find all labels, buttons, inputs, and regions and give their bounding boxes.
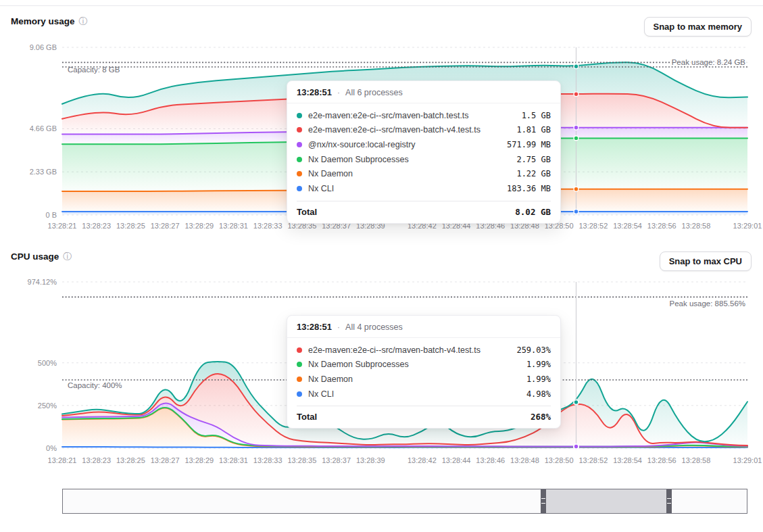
series-color-dot xyxy=(297,142,302,147)
tooltip-total-value: 8.02 GB xyxy=(515,207,551,217)
process-name: Nx Daemon xyxy=(308,374,520,384)
tooltip-process-row: Nx Daemon1.22 GB xyxy=(297,166,551,181)
x-axis-tick-label: 13:28:35 xyxy=(287,456,316,464)
top-divider xyxy=(0,5,763,6)
brush-grip-icon xyxy=(541,498,545,504)
tooltip-time: 13:28:51 xyxy=(297,322,332,332)
process-value: 1.5 GB xyxy=(522,111,551,120)
process-value: 1.99% xyxy=(526,360,551,369)
memory-tooltip-total-row: Total 8.02 GB xyxy=(297,201,551,223)
x-axis-tick-label: 13:28:50 xyxy=(545,456,574,464)
x-axis-tick-label: 13:28:58 xyxy=(682,222,711,230)
process-name: Nx Daemon Subprocesses xyxy=(308,155,510,164)
tooltip-total-value: 268% xyxy=(531,412,551,422)
process-value: 183.36 MB xyxy=(507,184,551,193)
memory-peak-label: Peak usage: 8.24 GB xyxy=(670,58,747,66)
process-value: 571.99 MB xyxy=(507,140,551,149)
process-name: e2e-maven:e2e-ci--src/maven-batch.test.t… xyxy=(308,111,516,120)
tooltip-process-row: Nx CLI4.98% xyxy=(297,387,551,402)
memory-usage-title-text: Memory usage xyxy=(11,16,75,26)
x-axis-tick-label: 13:28:25 xyxy=(116,456,145,464)
cpu-usage-title-text: CPU usage xyxy=(11,251,59,262)
x-axis-tick-label: 13:28:33 xyxy=(253,222,282,230)
x-axis-tick-label: 13:28:52 xyxy=(579,456,608,464)
process-name: @nx/nx-source:local-registry xyxy=(308,140,501,149)
y-axis-tick-label: 0 B xyxy=(7,211,57,219)
info-icon[interactable]: ⓘ xyxy=(63,252,72,261)
process-value: 4.98% xyxy=(526,389,551,399)
tooltip-separator: · xyxy=(337,322,340,332)
x-axis-tick-label: 13:28:48 xyxy=(510,456,539,464)
x-axis-tick-label: 13:28:31 xyxy=(219,222,248,230)
x-axis-tick-label: 13:28:23 xyxy=(82,222,111,230)
memory-usage-title: Memory usage ⓘ xyxy=(11,16,88,26)
x-axis-tick-label: 13:28:56 xyxy=(647,222,676,230)
process-name: e2e-maven:e2e-ci--src/maven-batch-v4.tes… xyxy=(308,345,510,355)
x-axis-tick-label: 13:28:56 xyxy=(647,456,676,464)
tooltip-total-label: Total xyxy=(297,207,317,217)
x-axis-tick-label: 13:28:39 xyxy=(356,456,385,464)
y-axis-tick-label: 2.33 GB xyxy=(7,168,57,176)
x-axis-tick-label: 13:28:29 xyxy=(184,222,214,230)
x-axis-tick-label: 13:28:21 xyxy=(48,222,77,230)
tooltip-process-row: e2e-maven:e2e-ci--src/maven-batch.test.t… xyxy=(297,108,551,123)
memory-tooltip: 13:28:51 · All 6 processes e2e-maven:e2e… xyxy=(287,80,561,224)
x-axis-tick-label: 13:28:58 xyxy=(682,456,711,464)
process-value: 2.75 GB xyxy=(516,155,551,164)
process-value: 259.03% xyxy=(516,345,551,355)
x-axis-tick-label: 13:28:54 xyxy=(613,222,642,230)
y-axis-tick-label: 974.12% xyxy=(7,278,57,286)
x-axis-tick-label: 13:28:42 xyxy=(408,456,437,464)
memory-capacity-label: Capacity: 8 GB xyxy=(68,66,120,74)
series-color-dot xyxy=(297,186,302,191)
x-axis-tick-label: 13:28:54 xyxy=(613,456,642,464)
x-axis-tick-label: 13:29:01 xyxy=(733,456,762,464)
x-axis-tick-label: 13:28:27 xyxy=(151,222,180,230)
process-value: 1.81 GB xyxy=(516,125,551,135)
x-axis-tick-label: 13:28:31 xyxy=(219,456,248,464)
series-color-dot xyxy=(297,157,302,162)
process-name: Nx CLI xyxy=(308,389,520,399)
x-axis-tick-label: 13:28:25 xyxy=(116,222,145,230)
info-icon[interactable]: ⓘ xyxy=(79,17,88,26)
cpu-peak-label: Peak usage: 885.56% xyxy=(667,299,747,308)
tooltip-process-row: e2e-maven:e2e-ci--src/maven-batch-v4.tes… xyxy=(297,343,551,358)
x-axis-tick-label: 13:28:33 xyxy=(253,456,282,464)
time-range-brush[interactable] xyxy=(62,489,747,514)
nx-profiler-page: Memory usage ⓘ Snap to max memory 9.06 G… xyxy=(0,0,763,532)
tooltip-total-label: Total xyxy=(297,412,317,422)
y-axis-tick-label: 4.66 GB xyxy=(7,124,57,132)
x-axis-tick-label: 13:29:01 xyxy=(733,222,762,230)
process-name: Nx CLI xyxy=(308,184,501,193)
x-axis-tick-label: 13:28:21 xyxy=(48,456,77,464)
process-value: 1.22 GB xyxy=(516,169,551,178)
tooltip-subtitle: All 6 processes xyxy=(345,88,403,97)
x-axis-tick-label: 13:28:37 xyxy=(322,456,351,464)
brush-selection[interactable] xyxy=(543,489,668,513)
x-axis-tick-label: 13:28:29 xyxy=(184,456,214,464)
cpu-tooltip-header: 13:28:51 · All 4 processes xyxy=(287,316,560,338)
y-axis-tick-label: 250% xyxy=(7,402,57,410)
y-axis-tick-label: 500% xyxy=(7,359,57,367)
brush-handle-left[interactable] xyxy=(541,489,546,513)
snap-to-max-cpu-button[interactable]: Snap to max CPU xyxy=(660,251,752,271)
cpu-tooltip-total-row: Total 268% xyxy=(297,406,551,428)
tooltip-subtitle: All 4 processes xyxy=(345,322,403,332)
series-color-dot xyxy=(297,127,302,132)
tooltip-process-row: Nx Daemon1.99% xyxy=(297,372,551,387)
brush-grip-icon xyxy=(667,498,671,504)
series-color-dot xyxy=(297,362,302,367)
tooltip-separator: · xyxy=(337,88,340,97)
cpu-usage-title: CPU usage ⓘ xyxy=(11,251,72,262)
tooltip-process-row: e2e-maven:e2e-ci--src/maven-batch-v4.tes… xyxy=(297,123,551,138)
series-color-dot xyxy=(297,113,302,118)
cpu-tooltip-rows: e2e-maven:e2e-ci--src/maven-batch-v4.tes… xyxy=(287,338,560,404)
tooltip-time: 13:28:51 xyxy=(297,87,332,97)
brush-handle-right[interactable] xyxy=(666,489,672,513)
series-color-dot xyxy=(297,347,302,353)
process-value: 1.99% xyxy=(526,374,551,384)
snap-to-max-memory-button[interactable]: Snap to max memory xyxy=(644,17,752,37)
series-color-dot xyxy=(297,171,302,176)
x-axis-tick-label: 13:28:27 xyxy=(151,456,180,464)
tooltip-process-row: Nx Daemon Subprocesses2.75 GB xyxy=(297,152,551,167)
